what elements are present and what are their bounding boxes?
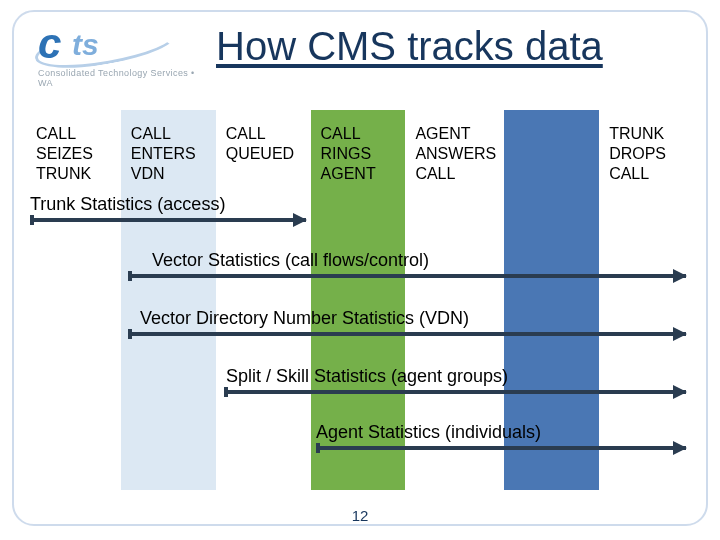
slide-title: How CMS tracks data	[216, 24, 603, 69]
stage-label: TRUNK DROPS CALL	[609, 124, 686, 184]
stage-col-2: CALL QUEUED	[216, 110, 311, 490]
stage-col-0: CALL SEIZES TRUNK	[26, 110, 121, 490]
arrow-split	[224, 390, 686, 394]
arrow-agent	[316, 446, 686, 450]
stage-label: AGENT ANSWERS CALL	[415, 124, 496, 184]
arrow-vector	[128, 274, 686, 278]
stage-label: CALL SEIZES TRUNK	[36, 124, 113, 184]
arrow-vdn	[128, 332, 686, 336]
arrow-trunk	[30, 218, 306, 222]
logo-mark-c: c	[38, 20, 61, 68]
stage-label: CALL QUEUED	[226, 124, 303, 164]
stage-col-6: TRUNK DROPS CALL	[599, 110, 694, 490]
cts-logo: c ts Consolidated Technology Services • …	[38, 22, 208, 88]
page-number: 12	[0, 507, 720, 524]
stage-col-1: CALL ENTERS VDN	[121, 110, 216, 490]
stage-label: CALL RINGS AGENT	[321, 124, 398, 184]
arrow-caption-split: Split / Skill Statistics (agent groups)	[226, 366, 508, 387]
arrow-caption-vector: Vector Statistics (call flows/control)	[152, 250, 429, 271]
logo-subtitle: Consolidated Technology Services • WA	[38, 68, 208, 88]
logo-mark-ts: ts	[72, 28, 99, 62]
stage-label: CALL ENTERS VDN	[131, 124, 208, 184]
arrow-caption-agent: Agent Statistics (individuals)	[316, 422, 541, 443]
arrow-caption-vdn: Vector Directory Number Statistics (VDN)	[140, 308, 469, 329]
arrow-caption-trunk: Trunk Statistics (access)	[30, 194, 225, 215]
